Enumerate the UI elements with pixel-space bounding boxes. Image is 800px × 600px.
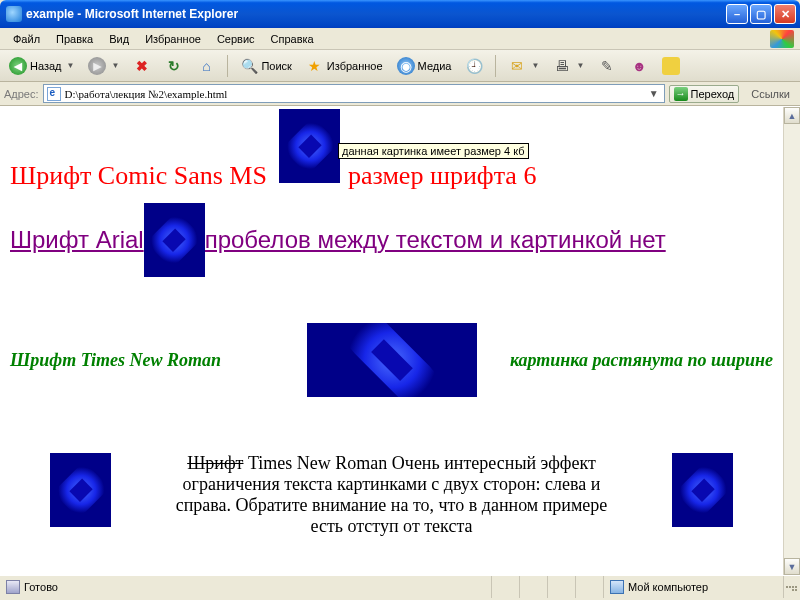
address-dropdown-icon[interactable]: ▼ xyxy=(649,88,661,99)
text-arial-b: пробелов между текстом и картинкой нет xyxy=(205,226,666,253)
computer-icon xyxy=(610,580,624,594)
vertical-scrollbar[interactable]: ▲ ▼ xyxy=(783,107,800,575)
status-zone-text: Мой компьютер xyxy=(628,581,708,593)
close-button[interactable]: ✕ xyxy=(774,4,796,24)
address-bar: Адрес: ▼ → Переход Ссылки xyxy=(0,82,800,106)
favorites-button[interactable]: ★ Избранное xyxy=(301,54,388,78)
media-label: Медиа xyxy=(418,60,452,72)
scroll-track[interactable] xyxy=(784,124,800,558)
menu-bar: Файл Правка Вид Избранное Сервис Справка xyxy=(0,28,800,50)
favorites-label: Избранное xyxy=(327,60,383,72)
text-arial-a: Шрифт Arial xyxy=(10,226,144,253)
home-button[interactable]: ⌂ xyxy=(192,54,220,78)
row-comic-sans: Шрифт Comic Sans MS размер шрифта 6 xyxy=(10,161,780,191)
print-icon: 🖶 xyxy=(553,57,571,75)
content-viewport: данная картинка имеет размер 4 кб Шрифт … xyxy=(0,106,800,575)
drop-icon: ▼ xyxy=(67,61,75,70)
status-zone: Мой компьютер xyxy=(604,576,784,598)
separator xyxy=(495,55,496,77)
edit-icon: ✎ xyxy=(598,57,616,75)
row-arial: Шрифт Arial пробелов между текстом и кар… xyxy=(10,203,780,277)
title-bar: example - Microsoft Internet Explorer – … xyxy=(0,0,800,28)
text-times-b: картинка растянута по ширине xyxy=(477,350,774,371)
ie-icon xyxy=(6,6,22,22)
media-button[interactable]: ◉ Медиа xyxy=(392,54,457,78)
menu-file[interactable]: Файл xyxy=(6,31,47,47)
menu-edit[interactable]: Правка xyxy=(49,31,100,47)
drop-icon: ▼ xyxy=(576,61,584,70)
image-tooltip: данная картинка имеет размер 4 кб xyxy=(338,143,529,159)
status-spacer xyxy=(548,576,576,598)
home-icon: ⌂ xyxy=(197,57,215,75)
refresh-icon: ↻ xyxy=(165,57,183,75)
forward-icon: ► xyxy=(88,57,106,75)
address-label: Адрес: xyxy=(4,88,39,100)
print-button[interactable]: 🖶▼ xyxy=(548,54,589,78)
drop-icon: ▼ xyxy=(531,61,539,70)
go-icon: → xyxy=(674,87,688,101)
search-label: Поиск xyxy=(261,60,291,72)
minimize-button[interactable]: – xyxy=(726,4,748,24)
search-button[interactable]: 🔍 Поиск xyxy=(235,54,296,78)
menu-view[interactable]: Вид xyxy=(102,31,136,47)
paragraph-strike: Шрифт xyxy=(187,453,243,473)
window-controls: – ▢ ✕ xyxy=(724,4,800,24)
page-icon xyxy=(47,87,61,101)
status-ready: Готово xyxy=(0,576,492,598)
menu-tools[interactable]: Сервис xyxy=(210,31,262,47)
done-icon xyxy=(6,580,20,594)
paragraph-text: Шрифт Times New Roman Очень интересный э… xyxy=(161,453,622,537)
windows-flag-icon xyxy=(770,30,794,48)
row-paragraph: Шрифт Times New Roman Очень интересный э… xyxy=(50,453,733,537)
links-label[interactable]: Ссылки xyxy=(743,88,796,100)
address-field[interactable]: ▼ xyxy=(43,84,665,103)
refresh-button[interactable]: ↻ xyxy=(160,54,188,78)
search-icon: 🔍 xyxy=(240,57,258,75)
row-times: Шрифт Times New Roman картинка растянута… xyxy=(10,323,773,397)
back-button[interactable]: ◄ Назад ▼ xyxy=(4,54,79,78)
media-icon: ◉ xyxy=(397,57,415,75)
maximize-button[interactable]: ▢ xyxy=(750,4,772,24)
status-bar: Готово Мой компьютер xyxy=(0,575,800,598)
window-title: example - Microsoft Internet Explorer xyxy=(26,7,724,21)
separator xyxy=(227,55,228,77)
edit-button[interactable]: ✎ xyxy=(593,54,621,78)
back-label: Назад xyxy=(30,60,62,72)
image-right xyxy=(672,453,733,527)
discuss-icon: ☻ xyxy=(630,57,648,75)
go-label: Переход xyxy=(691,88,735,100)
resize-grip[interactable] xyxy=(784,583,800,591)
stop-button[interactable]: ✖ xyxy=(128,54,156,78)
page-content: данная картинка имеет размер 4 кб Шрифт … xyxy=(0,107,783,575)
drop-icon: ▼ xyxy=(111,61,119,70)
mail-button[interactable]: ✉▼ xyxy=(503,54,544,78)
scroll-down-button[interactable]: ▼ xyxy=(784,558,800,575)
image-left xyxy=(50,453,111,527)
menu-help[interactable]: Справка xyxy=(264,31,321,47)
messenger-button[interactable] xyxy=(657,54,685,78)
scroll-up-button[interactable]: ▲ xyxy=(784,107,800,124)
discuss-button[interactable]: ☻ xyxy=(625,54,653,78)
image-stretched xyxy=(307,323,477,397)
status-spacer xyxy=(576,576,604,598)
image-arial xyxy=(144,203,205,277)
forward-button[interactable]: ► ▼ xyxy=(83,54,124,78)
status-ready-text: Готово xyxy=(24,581,58,593)
history-icon: 🕘 xyxy=(465,57,483,75)
messenger-icon xyxy=(662,57,680,75)
history-button[interactable]: 🕘 xyxy=(460,54,488,78)
back-icon: ◄ xyxy=(9,57,27,75)
text-comic-sans-b: размер шрифта 6 xyxy=(348,161,536,190)
text-times-a: Шрифт Times New Roman xyxy=(10,350,307,371)
stop-icon: ✖ xyxy=(133,57,151,75)
toolbar: ◄ Назад ▼ ► ▼ ✖ ↻ ⌂ 🔍 Поиск ★ Избранное … xyxy=(0,50,800,82)
address-input[interactable] xyxy=(65,88,645,100)
menu-favorites[interactable]: Избранное xyxy=(138,31,208,47)
mail-icon: ✉ xyxy=(508,57,526,75)
text-comic-sans-a: Шрифт Comic Sans MS xyxy=(10,161,267,190)
star-icon: ★ xyxy=(306,57,324,75)
go-button[interactable]: → Переход xyxy=(669,85,740,103)
status-spacer xyxy=(520,576,548,598)
status-spacer xyxy=(492,576,520,598)
